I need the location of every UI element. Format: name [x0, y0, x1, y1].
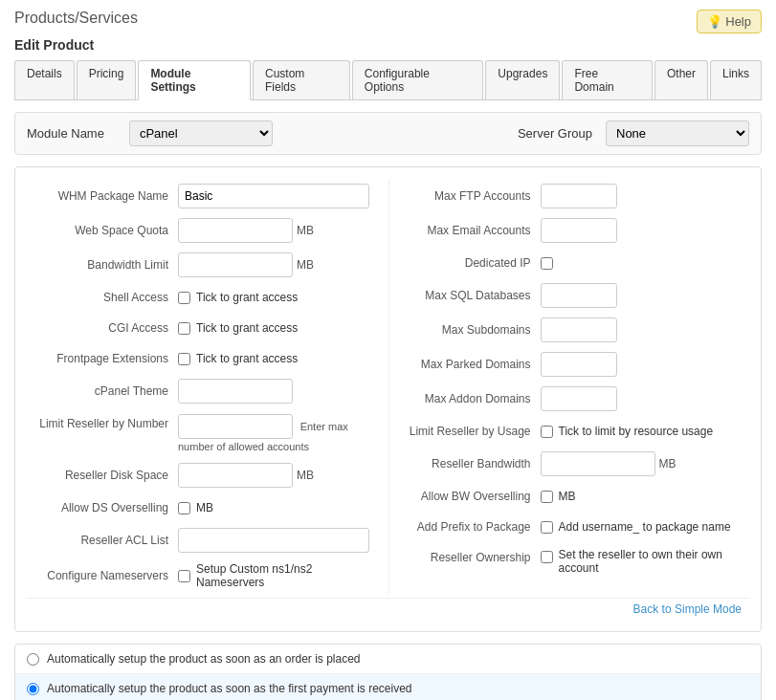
whm-package-name-input[interactable]	[178, 184, 369, 208]
back-to-simple-mode-link[interactable]: Back to Simple Mode	[27, 598, 749, 620]
right-column: Max FTP Accounts Max Email Accounts Dedi…	[388, 179, 750, 594]
dedicated-ip-label: Dedicated IP	[397, 256, 531, 270]
bandwidth-limit-input[interactable]	[178, 252, 293, 277]
add-prefix-package-row: Add Prefix to Package Add username_ to p…	[389, 512, 750, 542]
back-to-simple-mode-text: Back to Simple Mode	[633, 602, 742, 616]
limit-reseller-number-input[interactable]	[178, 414, 293, 439]
allow-bw-overselling-checkbox[interactable]	[541, 491, 553, 503]
configure-nameservers-text: Setup Custom ns1/ns2 Nameservers	[196, 562, 381, 589]
module-bar: Module Name cPanel Server Group None	[14, 112, 762, 155]
allow-bw-overselling-unit: MB	[559, 490, 576, 503]
tab-module-settings[interactable]: Module Settings	[138, 60, 251, 100]
web-space-quota-input[interactable]	[178, 218, 293, 243]
whm-package-name-row: WHM Package Name	[27, 179, 388, 213]
section-title: Edit Product	[14, 37, 762, 53]
allow-bw-overselling-row: Allow BW Overselling MB	[389, 481, 750, 512]
reseller-disk-space-label: Reseller Disk Space	[34, 469, 168, 482]
tab-upgrades[interactable]: Upgrades	[485, 60, 560, 99]
radio-auto-order-row: Automatically setup the product as soon …	[15, 645, 761, 674]
help-button[interactable]: 💡 Help	[697, 10, 762, 33]
radio-auto-order-label: Automatically setup the product as soon …	[47, 652, 361, 666]
bandwidth-unit: MB	[297, 258, 314, 272]
server-group-label: Server Group	[518, 126, 592, 141]
limit-reseller-usage-text: Tick to limit by resource usage	[559, 425, 714, 438]
left-column: WHM Package Name Web Space Quota MB Band…	[27, 179, 388, 594]
max-subdomains-row: Max Subdomains	[389, 313, 750, 347]
tab-links[interactable]: Links	[710, 60, 762, 99]
radio-auto-payment-label: Automatically setup the product as soon …	[47, 682, 412, 695]
reseller-ownership-label: Reseller Ownership	[397, 548, 531, 564]
allow-ds-overselling-unit: MB	[196, 501, 213, 514]
help-label: Help	[725, 14, 751, 29]
reseller-acl-list-row: Reseller ACL List	[27, 523, 388, 558]
server-group-select[interactable]: None	[606, 120, 749, 146]
tab-free-domain[interactable]: Free Domain	[562, 60, 653, 99]
allow-ds-overselling-label: Allow DS Overselling	[34, 501, 168, 514]
max-subdomains-input[interactable]	[541, 317, 617, 342]
page-title: Products/Services	[14, 10, 762, 27]
cpanel-theme-row: cPanel Theme	[27, 374, 388, 408]
reseller-bandwidth-unit: MB	[659, 457, 676, 470]
tab-custom-fields[interactable]: Custom Fields	[253, 60, 350, 99]
limit-reseller-usage-checkbox[interactable]	[541, 426, 553, 438]
shell-access-label: Shell Access	[34, 291, 168, 304]
radio-auto-payment-row: Automatically setup the product as soon …	[15, 674, 761, 700]
reseller-bandwidth-label: Reseller Bandwidth	[397, 457, 531, 470]
reseller-acl-list-input[interactable]	[178, 528, 369, 553]
reseller-disk-space-input[interactable]	[178, 463, 293, 488]
max-addon-domains-input[interactable]	[541, 386, 617, 411]
cpanel-theme-label: cPanel Theme	[34, 384, 168, 398]
shell-access-row: Shell Access Tick to grant access	[27, 282, 388, 313]
module-name-label: Module Name	[27, 126, 104, 141]
radio-auto-order[interactable]	[27, 653, 39, 666]
add-prefix-package-checkbox[interactable]	[541, 521, 553, 534]
frontpage-extensions-checkbox[interactable]	[178, 353, 190, 365]
allow-ds-overselling-row: Allow DS Overselling MB	[27, 492, 388, 523]
limit-reseller-usage-row: Limit Reseller by Usage Tick to limit by…	[389, 416, 750, 447]
tab-configurable-options[interactable]: Configurable Options	[352, 60, 483, 99]
tab-pricing[interactable]: Pricing	[77, 60, 137, 99]
tab-details[interactable]: Details	[14, 60, 75, 99]
max-sql-databases-label: Max SQL Databases	[397, 289, 531, 302]
cgi-access-checkbox[interactable]	[178, 322, 190, 335]
max-sql-databases-input[interactable]	[541, 283, 617, 308]
reseller-bandwidth-input[interactable]	[541, 451, 655, 476]
cgi-access-row: CGI Access Tick to grant access	[27, 313, 388, 343]
allow-ds-overselling-checkbox[interactable]	[178, 502, 190, 514]
web-space-unit: MB	[297, 224, 314, 237]
help-icon: 💡	[707, 14, 722, 29]
configure-nameservers-checkbox[interactable]	[178, 570, 190, 582]
max-ftp-accounts-input[interactable]	[541, 184, 617, 208]
cpanel-theme-input[interactable]	[178, 379, 293, 404]
max-email-accounts-label: Max Email Accounts	[397, 224, 531, 237]
module-name-select[interactable]: cPanel	[129, 120, 273, 146]
limit-reseller-number-row: Limit Reseller by Number Enter max numbe…	[27, 408, 388, 458]
frontpage-extensions-label: Frontpage Extensions	[34, 352, 168, 365]
main-panel: WHM Package Name Web Space Quota MB Band…	[14, 166, 762, 632]
radio-auto-payment[interactable]	[27, 683, 39, 695]
max-addon-domains-label: Max Addon Domains	[397, 392, 531, 405]
configure-nameservers-row: Configure Nameservers Setup Custom ns1/n…	[27, 558, 388, 594]
limit-reseller-usage-label: Limit Reseller by Usage	[397, 425, 531, 438]
max-addon-domains-row: Max Addon Domains	[389, 382, 750, 416]
max-parked-domains-row: Max Parked Domains	[389, 347, 750, 382]
add-prefix-package-label: Add Prefix to Package	[397, 520, 531, 534]
max-email-accounts-row: Max Email Accounts	[389, 213, 750, 248]
whm-package-name-label: WHM Package Name	[34, 189, 168, 203]
reseller-ownership-row: Reseller Ownership Set the reseller to o…	[389, 542, 750, 580]
reseller-ownership-checkbox[interactable]	[541, 551, 553, 563]
shell-access-text: Tick to grant access	[196, 291, 298, 304]
max-ftp-accounts-label: Max FTP Accounts	[397, 189, 531, 203]
shell-access-checkbox[interactable]	[178, 292, 190, 304]
tab-other[interactable]: Other	[654, 60, 708, 99]
cgi-access-text: Tick to grant access	[196, 321, 298, 335]
frontpage-extensions-text: Tick to grant access	[196, 352, 298, 365]
radio-section: Automatically setup the product as soon …	[14, 644, 762, 700]
max-parked-domains-label: Max Parked Domains	[397, 358, 531, 371]
max-parked-domains-input[interactable]	[541, 352, 617, 377]
bandwidth-limit-label: Bandwidth Limit	[34, 258, 168, 272]
allow-bw-overselling-label: Allow BW Overselling	[397, 490, 531, 503]
cgi-access-label: CGI Access	[34, 321, 168, 335]
dedicated-ip-checkbox[interactable]	[541, 257, 553, 270]
max-email-accounts-input[interactable]	[541, 218, 617, 243]
